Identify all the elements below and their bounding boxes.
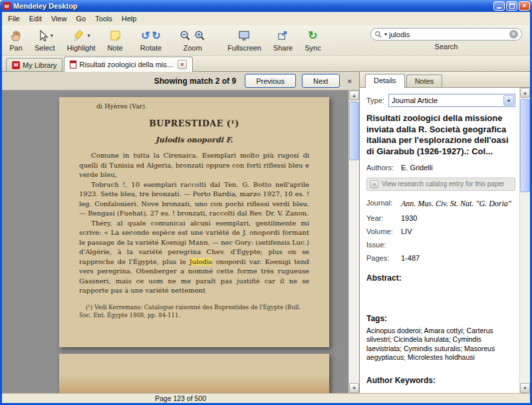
journal-label: Journal: bbox=[366, 199, 401, 209]
tab-document[interactable]: Risultati zoologici della mis... × bbox=[64, 57, 193, 72]
search-input[interactable] bbox=[389, 31, 507, 39]
highlight-label: Highlight bbox=[67, 44, 96, 52]
fullscreen-icon bbox=[237, 29, 251, 42]
details-scroll-down-icon[interactable]: ▼ bbox=[520, 383, 530, 393]
toolbar: Pan ▾ Select ▾ Highlight bbox=[2, 25, 530, 56]
maximize-icon bbox=[509, 3, 515, 9]
search-icon bbox=[374, 31, 382, 39]
zoom-group: Zoom bbox=[176, 27, 209, 53]
menu-file[interactable]: File bbox=[3, 13, 25, 25]
search-label: Search bbox=[435, 43, 458, 51]
search-clear-icon[interactable]: × bbox=[509, 30, 518, 39]
catalog-entry-button[interactable]: ≣ View research catalog entry for this p… bbox=[366, 178, 515, 191]
search-dropdown-icon[interactable]: ▾ bbox=[384, 31, 387, 37]
menu-tools[interactable]: Tools bbox=[90, 13, 117, 25]
menu-bar: File Edit View Go Tools Help bbox=[2, 12, 530, 25]
tab-notes[interactable]: Notes bbox=[406, 74, 443, 87]
tab-close-button[interactable]: × bbox=[178, 60, 187, 69]
share-icon bbox=[277, 29, 289, 42]
close-button[interactable]: × bbox=[519, 1, 530, 11]
previous-match-button[interactable]: Previous bbox=[245, 74, 296, 88]
minimize-button[interactable] bbox=[493, 1, 505, 11]
tags-heading: Tags: bbox=[366, 314, 515, 323]
paragraph-1: Comune in tutta la Cirenaica. Esemplari … bbox=[79, 151, 309, 180]
zoom-out-icon[interactable] bbox=[179, 29, 192, 42]
author-keywords-heading: Author Keywords: bbox=[366, 376, 515, 385]
type-label: Type: bbox=[366, 96, 384, 104]
highlight-button[interactable]: ▾ Highlight bbox=[64, 27, 99, 53]
sync-button[interactable]: ↻ Sync bbox=[301, 27, 324, 53]
species-heading: Julodis onopordi F. bbox=[79, 136, 309, 144]
details-scroll-thumb[interactable] bbox=[520, 99, 530, 192]
title-bar[interactable]: M Mendeley Desktop × bbox=[0, 0, 532, 12]
note-icon bbox=[109, 29, 122, 42]
details-scroll-track[interactable] bbox=[520, 98, 530, 383]
search-match-highlight: Julodis bbox=[190, 258, 212, 265]
close-icon: × bbox=[523, 3, 527, 9]
fullscreen-label: Fullscreen bbox=[227, 44, 261, 52]
find-bar: Showing match 2 of 9 Previous Next × bbox=[2, 72, 359, 90]
viewer-scrollbar[interactable]: ▲ ▼ bbox=[348, 90, 359, 393]
journal-value[interactable]: Ann. Mus. Civ. St. Nat. "G. Doria" bbox=[401, 199, 511, 209]
fullscreen-button[interactable]: Fullscreen bbox=[224, 27, 265, 53]
authors-value[interactable]: E. Gridelli bbox=[401, 164, 433, 172]
pdf-page-1: di Hyères (Var). BUPRESTIDAE (¹) Julodis… bbox=[59, 97, 329, 347]
mendeley-window: M Mendeley Desktop × File Edit View Go T… bbox=[0, 0, 532, 405]
status-bar: Page 123 of 500 bbox=[2, 393, 530, 403]
select-button[interactable]: ▾ Select bbox=[31, 27, 59, 53]
details-scroll-up-icon[interactable]: ▲ bbox=[520, 88, 530, 98]
rotate-left-icon[interactable]: ↺ bbox=[141, 31, 150, 41]
viewer-scroll-track[interactable] bbox=[349, 100, 359, 383]
select-label: Select bbox=[35, 44, 55, 52]
details-scrollbar[interactable]: ▲ ▼ bbox=[519, 88, 530, 393]
volume-label: Volume: bbox=[366, 227, 401, 235]
volume-value[interactable]: LIV bbox=[401, 227, 412, 235]
maximize-button[interactable] bbox=[506, 1, 517, 11]
tab-my-library-label: My Library bbox=[23, 61, 57, 69]
note-label: Note bbox=[107, 44, 122, 52]
authors-label: Authors: bbox=[366, 164, 401, 172]
viewer-scroll-thumb[interactable] bbox=[349, 102, 359, 160]
find-status: Showing match 2 of 9 bbox=[154, 76, 236, 86]
rotate-group: ↺ ↻ Rotate bbox=[137, 27, 165, 53]
page-top-line: di Hyères (Var). bbox=[96, 102, 309, 110]
note-button[interactable]: Note bbox=[104, 27, 126, 53]
minimize-icon bbox=[497, 3, 501, 9]
details-tab-bar: Details Notes bbox=[360, 72, 530, 88]
menu-view[interactable]: View bbox=[47, 13, 72, 25]
pages-label: Pages: bbox=[366, 254, 401, 262]
find-close-icon[interactable]: × bbox=[346, 77, 354, 85]
window-title: Mendeley Desktop bbox=[13, 2, 493, 10]
next-match-button[interactable]: Next bbox=[302, 74, 340, 88]
pan-button[interactable]: Pan bbox=[6, 27, 26, 53]
menu-edit[interactable]: Edit bbox=[25, 13, 47, 25]
zoom-in-icon[interactable] bbox=[194, 29, 206, 42]
pdf-page-2 bbox=[59, 354, 329, 393]
sync-label: Sync bbox=[305, 44, 321, 52]
pan-label: Pan bbox=[9, 44, 23, 52]
tags-value[interactable]: Acinopus doderoi; Amara cottyi; Carterus… bbox=[366, 327, 515, 363]
search-box[interactable]: ▾ × bbox=[370, 28, 522, 41]
tab-details[interactable]: Details bbox=[365, 74, 405, 88]
pages-value[interactable]: 1-487 bbox=[401, 254, 420, 262]
pdf-canvas[interactable]: di Hyères (Var). BUPRESTIDAE (¹) Julodis… bbox=[2, 90, 348, 393]
share-button[interactable]: Share bbox=[270, 27, 296, 53]
rotate-right-icon[interactable]: ↻ bbox=[152, 31, 160, 41]
menu-help[interactable]: Help bbox=[117, 13, 142, 25]
highlight-dropdown-icon[interactable]: ▾ bbox=[87, 33, 90, 39]
chevron-down-icon[interactable]: ▼ bbox=[503, 95, 514, 106]
select-cursor-icon bbox=[37, 29, 49, 43]
sync-icon: ↻ bbox=[308, 30, 317, 41]
document-title[interactable]: Risultati zoologici della missione invia… bbox=[366, 113, 515, 158]
tab-my-library[interactable]: M My Library bbox=[6, 58, 63, 71]
scroll-up-icon[interactable]: ▲ bbox=[349, 90, 359, 100]
select-dropdown-icon[interactable]: ▾ bbox=[51, 33, 53, 39]
pdf-icon bbox=[70, 61, 76, 68]
type-select[interactable]: Journal Article ▼ bbox=[388, 94, 515, 107]
paragraph-3: Théry, al quale comunicai alcuni esempla… bbox=[79, 219, 309, 296]
catalog-icon: ≣ bbox=[370, 180, 378, 188]
scroll-down-icon[interactable]: ▼ bbox=[349, 383, 359, 393]
year-value[interactable]: 1930 bbox=[401, 214, 417, 222]
menu-go[interactable]: Go bbox=[71, 13, 90, 25]
rotate-label: Rotate bbox=[140, 44, 162, 52]
